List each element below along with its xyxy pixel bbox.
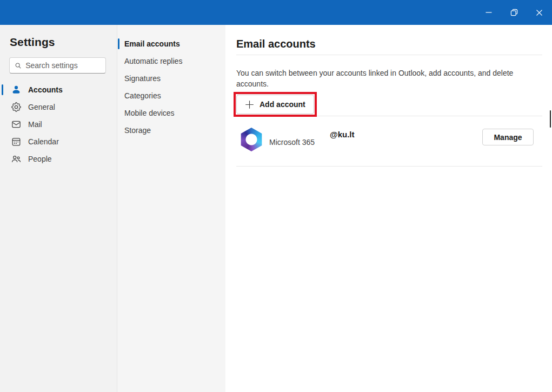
subnav-item-categories[interactable]: Categories — [117, 87, 225, 104]
sidebar-item-mail[interactable]: Mail — [0, 116, 117, 133]
gear-icon — [11, 102, 22, 112]
manage-button[interactable]: Manage — [482, 129, 534, 145]
selection-indicator — [118, 38, 119, 49]
minimize-icon — [486, 9, 492, 16]
people-icon — [11, 154, 22, 164]
search-settings-input[interactable] — [25, 61, 103, 70]
sidebar-item-general[interactable]: General — [0, 98, 117, 116]
search-settings-box[interactable] — [9, 57, 106, 74]
minimize-button[interactable] — [476, 0, 501, 25]
close-icon — [536, 9, 543, 16]
settings-content: Settings Accounts — [0, 25, 552, 392]
subnav-item-label: Storage — [124, 126, 151, 135]
sidebar-item-label: People — [28, 155, 52, 163]
subnav-item-email-accounts[interactable]: Email accounts — [117, 35, 225, 52]
subnav-item-label: Signatures — [124, 74, 161, 83]
sidebar-item-label: Accounts — [28, 85, 63, 94]
sidebar-item-label: General — [28, 103, 55, 111]
divider — [236, 55, 542, 55]
subnav-item-automatic-replies[interactable]: Automatic replies — [117, 52, 225, 70]
add-account-label: Add account — [260, 100, 305, 109]
calendar-icon — [11, 136, 22, 147]
settings-title: Settings — [10, 36, 117, 49]
account-email: @ku.lt — [330, 130, 354, 139]
sidebar-item-label: Calendar — [28, 137, 59, 146]
sidebar-item-people[interactable]: People — [0, 150, 117, 168]
subnav-item-label: Email accounts — [124, 39, 180, 48]
subnav-item-mobile-devices[interactable]: Mobile devices — [117, 104, 225, 122]
subnav-item-signatures[interactable]: Signatures — [117, 70, 225, 87]
account-row: Microsoft 365 @ku.lt Manage — [236, 125, 542, 152]
email-accounts-pane: Email accounts You can switch between yo… — [225, 25, 552, 392]
restore-button[interactable] — [501, 0, 527, 25]
page-description: You can switch between your accounts lin… — [236, 68, 518, 89]
sidebar-nav: Accounts General — [0, 81, 117, 168]
settings-sidebar: Settings Accounts — [0, 25, 117, 392]
sidebar-item-label: Mail — [28, 120, 42, 129]
titlebar — [0, 0, 552, 25]
page-title: Email accounts — [236, 38, 542, 50]
mail-icon — [11, 119, 22, 130]
account-provider: Microsoft 365 — [269, 138, 315, 147]
search-icon — [15, 62, 22, 70]
plus-icon — [245, 100, 254, 109]
restore-icon — [510, 9, 518, 16]
add-account-button[interactable]: Add account — [236, 95, 314, 114]
microsoft-365-logo — [239, 127, 264, 152]
subnav-item-storage[interactable]: Storage — [117, 122, 225, 139]
subnav-item-label: Categories — [124, 91, 161, 100]
close-button[interactable] — [527, 0, 552, 25]
subnav-item-label: Mobile devices — [124, 109, 175, 117]
outlook-settings-window: Settings Accounts — [0, 0, 552, 392]
sidebar-item-accounts[interactable]: Accounts — [0, 81, 117, 98]
subnav-item-label: Automatic replies — [124, 57, 182, 65]
accounts-subnav: Email accounts Automatic replies Signatu… — [117, 25, 225, 392]
scrollbar-thumb[interactable] — [550, 110, 551, 128]
divider — [236, 166, 542, 167]
sidebar-item-calendar[interactable]: Calendar — [0, 133, 117, 150]
person-icon — [11, 84, 22, 95]
selection-indicator — [2, 84, 3, 95]
annotation-highlight-box: Add account — [234, 92, 317, 117]
